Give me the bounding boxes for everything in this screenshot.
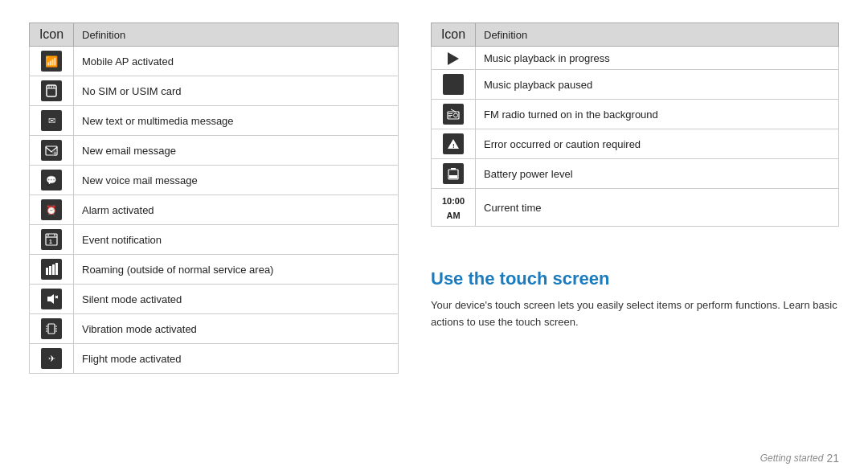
alarm-icon: ⏰ bbox=[41, 199, 62, 220]
svg-rect-14 bbox=[49, 266, 51, 275]
sim-icon bbox=[41, 80, 62, 101]
svg-rect-37 bbox=[449, 175, 457, 178]
right-col-icon-header: Icon bbox=[432, 23, 476, 47]
svg-rect-13 bbox=[46, 268, 48, 275]
footer-page-number: 21 bbox=[826, 452, 839, 465]
svg-rect-31 bbox=[448, 117, 451, 117]
def-silent: Silent mode activated bbox=[74, 285, 399, 314]
def-radio: FM radio turned on in the background bbox=[476, 100, 839, 129]
left-col-def-header: Definition bbox=[74, 23, 399, 47]
time-label: 10:00 AM bbox=[442, 196, 465, 220]
icon-cell-warning: ! bbox=[432, 129, 476, 159]
table-row: @ New email message bbox=[30, 136, 399, 166]
icon-cell-silent bbox=[30, 285, 74, 314]
radio-icon bbox=[443, 104, 464, 125]
table-row: ✈ Flight mode activated bbox=[30, 344, 399, 374]
icon-cell-voicemail: 💬 bbox=[30, 166, 74, 195]
def-music-playing: Music playback in progress bbox=[476, 47, 839, 70]
svg-rect-30 bbox=[448, 115, 452, 116]
svg-rect-15 bbox=[52, 264, 55, 275]
table-row: 📶 Mobile AP activated bbox=[30, 47, 399, 76]
roaming-icon bbox=[41, 259, 62, 280]
event-icon: 1 bbox=[41, 229, 62, 250]
right-col-def-header: Definition bbox=[476, 23, 839, 47]
icon-cell-email: @ bbox=[30, 136, 74, 166]
table-row: Music playback paused bbox=[432, 70, 839, 100]
def-alarm: Alarm activated bbox=[74, 195, 399, 225]
icon-cell-flight: ✈ bbox=[30, 344, 74, 374]
email-icon: @ bbox=[41, 140, 62, 161]
icon-cell-alarm: ⏰ bbox=[30, 195, 74, 225]
svg-point-28 bbox=[454, 113, 458, 117]
icon-cell-radio bbox=[432, 100, 476, 129]
def-mobile-ap: Mobile AP activated bbox=[74, 47, 399, 76]
def-flight: Flight mode activated bbox=[74, 344, 399, 374]
right-section: Icon Definition Music playback in progre… bbox=[431, 23, 839, 432]
svg-rect-16 bbox=[55, 263, 58, 275]
use-touch-body: Your device's touch screen lets you easi… bbox=[431, 297, 839, 331]
flight-icon: ✈ bbox=[41, 348, 62, 369]
def-roaming: Roaming (outside of normal service area) bbox=[74, 255, 399, 285]
table-row: 10:00 AM Current time bbox=[432, 189, 839, 227]
svg-rect-36 bbox=[451, 168, 456, 170]
icon-cell-msg: ✉ bbox=[30, 106, 74, 136]
table-row: FM radio turned on in the background bbox=[432, 100, 839, 129]
icon-cell-roaming bbox=[30, 255, 74, 285]
svg-text:!: ! bbox=[452, 142, 455, 149]
def-no-sim: No SIM or USIM card bbox=[74, 76, 399, 106]
table-row: 1 Event notification bbox=[30, 225, 399, 255]
warning-icon: ! bbox=[443, 133, 464, 154]
left-icon-table: Icon Definition 📶 Mobile AP activated bbox=[29, 23, 399, 374]
def-vibration: Vibration mode activated bbox=[74, 314, 399, 344]
icon-cell-pause bbox=[432, 70, 476, 100]
voicemail-icon: 💬 bbox=[41, 170, 62, 190]
table-row: ⏰ Alarm activated bbox=[30, 195, 399, 225]
right-icon-table: Icon Definition Music playback in progre… bbox=[431, 23, 839, 227]
icon-cell-wifi: 📶 bbox=[30, 47, 74, 76]
silent-icon bbox=[41, 289, 62, 309]
icon-cell-vibration bbox=[30, 314, 74, 344]
svg-rect-20 bbox=[48, 324, 55, 334]
footer-text: Getting started bbox=[760, 453, 824, 464]
svg-text:1: 1 bbox=[49, 239, 52, 244]
table-row: Roaming (outside of normal service area) bbox=[30, 255, 399, 285]
pause-icon bbox=[443, 74, 464, 95]
svg-text:@: @ bbox=[54, 151, 58, 156]
page-footer: Getting started 21 bbox=[0, 448, 868, 471]
table-row: ! Error occurred or caution required bbox=[432, 129, 839, 159]
def-event: Event notification bbox=[74, 225, 399, 255]
def-music-paused: Music playback paused bbox=[476, 70, 839, 100]
use-touch-title: Use the touch screen bbox=[431, 268, 839, 289]
def-text-msg: New text or multimedia message bbox=[74, 106, 399, 136]
def-battery: Battery power level bbox=[476, 159, 839, 189]
table-row: No SIM or USIM card bbox=[30, 76, 399, 106]
table-row: Vibration mode activated bbox=[30, 314, 399, 344]
play-icon bbox=[448, 51, 459, 64]
icon-cell-sim bbox=[30, 76, 74, 106]
table-row: Battery power level bbox=[432, 159, 839, 189]
left-table-section: Icon Definition 📶 Mobile AP activated bbox=[29, 23, 399, 432]
table-row: Silent mode activated bbox=[30, 285, 399, 314]
svg-marker-17 bbox=[47, 294, 54, 304]
table-row: Music playback in progress bbox=[432, 47, 839, 70]
battery-icon bbox=[443, 163, 464, 184]
def-voicemail: New voice mail message bbox=[74, 166, 399, 195]
left-col-icon-header: Icon bbox=[30, 23, 74, 47]
def-time: Current time bbox=[476, 189, 839, 227]
message-icon: ✉ bbox=[41, 110, 62, 131]
use-touch-section: Use the touch screen Your device's touch… bbox=[431, 246, 839, 331]
def-email: New email message bbox=[74, 136, 399, 166]
wifi-icon: 📶 bbox=[41, 51, 62, 72]
icon-cell-play bbox=[432, 47, 476, 70]
vibration-icon bbox=[41, 318, 62, 339]
def-error: Error occurred or caution required bbox=[476, 129, 839, 159]
icon-cell-battery bbox=[432, 159, 476, 189]
icon-cell-time: 10:00 AM bbox=[432, 189, 476, 227]
svg-rect-29 bbox=[448, 113, 452, 114]
icon-cell-event: 1 bbox=[30, 225, 74, 255]
table-row: ✉ New text or multimedia message bbox=[30, 106, 399, 136]
table-row: 💬 New voice mail message bbox=[30, 166, 399, 195]
